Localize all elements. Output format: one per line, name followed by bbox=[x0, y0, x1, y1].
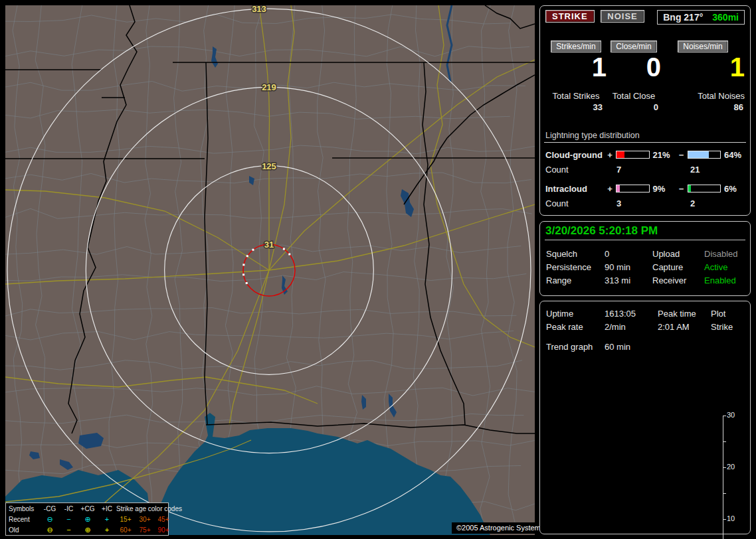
ic-negative-pct: 6% bbox=[723, 184, 745, 194]
uptime-value: 1613:05 bbox=[605, 309, 658, 319]
legend-ncg-label: -CG bbox=[40, 505, 60, 512]
legend-pcg-label: +CG bbox=[78, 505, 98, 512]
capture-status: Active bbox=[704, 262, 744, 272]
legend-old-row: Old ⊖ − ⊕ + 60+ 75+ 90+ bbox=[6, 524, 168, 535]
legend-old-label: Old bbox=[9, 526, 40, 534]
capture-label: Capture bbox=[652, 262, 704, 272]
peak-rate-label: Peak rate bbox=[546, 322, 605, 332]
total-strikes-value: 33 bbox=[545, 102, 607, 112]
ic-negative-bar bbox=[688, 185, 721, 193]
ic-positive-bar bbox=[616, 185, 649, 193]
plot-label: Plot bbox=[711, 309, 744, 319]
peak-rate-value: 2/min bbox=[605, 322, 658, 332]
stats-panel: STRIKE NOISE Bng 217°360mi Strikes/min C… bbox=[539, 5, 751, 216]
ring-label-125: 125 bbox=[262, 161, 276, 171]
legend-recent-label: Recent bbox=[9, 516, 40, 523]
range-value: 360mi bbox=[712, 12, 739, 23]
bearing-value: Bng 217° bbox=[663, 12, 703, 23]
cg-positive-bar-fill bbox=[616, 151, 624, 158]
peak-time-label: Peak time bbox=[658, 309, 711, 319]
range-setting-value: 313 mi bbox=[605, 275, 652, 285]
status-panel: 3/20/2026 5:20:18 PM Squelch 0 Upload Di… bbox=[539, 221, 751, 296]
trend-graph-label: Trend graph bbox=[546, 342, 605, 352]
age-60-label: 60+ bbox=[116, 526, 135, 534]
ic-negative-bar-fill bbox=[688, 185, 691, 192]
strike-mode-button[interactable]: STRIKE bbox=[545, 10, 595, 23]
cg-positive-count: 7 bbox=[616, 165, 690, 175]
age-15-label: 15+ bbox=[116, 516, 135, 523]
bearing-range-readout: Bng 217°360mi bbox=[657, 10, 745, 25]
trend-y-axis bbox=[723, 416, 723, 539]
age-45-label: 45+ bbox=[155, 516, 172, 523]
ring-label-313: 313 bbox=[252, 5, 266, 14]
squelch-value: 0 bbox=[605, 249, 652, 259]
ic-count-label: Count bbox=[545, 198, 616, 208]
total-close-value: 0 bbox=[607, 102, 661, 112]
legend-age-title: Strike age color codes bbox=[116, 505, 172, 512]
intracloud-label: Intracloud bbox=[545, 184, 606, 194]
total-noises-label: Total Noises bbox=[661, 91, 745, 101]
legend-header-row: Symbols -CG -IC +CG +IC Strike age color… bbox=[6, 503, 168, 514]
distribution-title: Lightning type distribution bbox=[544, 129, 746, 143]
noises-per-min-button[interactable]: Noises/min bbox=[678, 40, 727, 52]
cg-positive-pct: 21% bbox=[652, 150, 678, 160]
ic-positive-bar-fill bbox=[616, 185, 620, 192]
total-strikes-label: Total Strikes bbox=[545, 91, 607, 101]
pos-ic-old-icon: + bbox=[98, 526, 116, 534]
trend-y-tick-10: 10 bbox=[727, 514, 743, 522]
cg-negative-pct: 64% bbox=[723, 150, 745, 160]
persistence-value: 90 min bbox=[605, 262, 652, 272]
total-close-label: Total Close bbox=[607, 91, 661, 101]
neg-cg-recent-icon: ⊖ bbox=[40, 515, 60, 524]
cg-negative-bar bbox=[688, 151, 721, 159]
plus-sign: + bbox=[606, 184, 614, 194]
receiver-status: Enabled bbox=[704, 275, 744, 285]
squelch-label: Squelch bbox=[546, 249, 605, 259]
age-75-label: 75+ bbox=[135, 526, 155, 534]
plot-mode-value: Strike bbox=[711, 322, 744, 332]
close-per-min-button[interactable]: Close/min bbox=[611, 40, 656, 52]
minus-sign: − bbox=[677, 150, 686, 160]
ic-positive-pct: 9% bbox=[652, 184, 678, 194]
legend-symbols-label: Symbols bbox=[9, 505, 40, 512]
trend-y-tick-20: 20 bbox=[727, 463, 743, 471]
minus-sign: − bbox=[677, 184, 686, 194]
strike-legend: Symbols -CG -IC +CG +IC Strike age color… bbox=[5, 502, 169, 536]
noise-mode-button[interactable]: NOISE bbox=[601, 10, 644, 23]
ring-label-219: 219 bbox=[262, 82, 276, 92]
upload-status: Disabled bbox=[704, 249, 744, 259]
cloud-ground-label: Cloud-ground bbox=[545, 150, 606, 160]
range-label: Range bbox=[546, 275, 605, 285]
persistence-label: Persistence bbox=[546, 262, 605, 272]
trend-y-tick-30: 30 bbox=[727, 411, 743, 419]
copyright-notice: ©2005 Astrogenic Systems bbox=[452, 522, 549, 534]
info-panel: Uptime 1613:05 Peak time Plot Peak rate … bbox=[539, 301, 751, 534]
cg-negative-count: 21 bbox=[690, 165, 700, 175]
datetime-display: 3/20/2026 5:20:18 PM bbox=[540, 222, 750, 240]
strikes-per-min-value: 1 bbox=[545, 54, 607, 80]
uptime-label: Uptime bbox=[546, 309, 605, 319]
map-canvas[interactable]: 31321912531 Symbols -CG -IC +CG +IC Stri… bbox=[5, 5, 535, 535]
legend-nic-label: -IC bbox=[60, 505, 78, 512]
map-graphic: 31321912531 bbox=[5, 5, 535, 535]
age-90-label: 90+ bbox=[155, 526, 172, 534]
close-per-min-value: 0 bbox=[607, 54, 661, 80]
cg-count-label: Count bbox=[545, 165, 616, 175]
total-noises-value: 86 bbox=[661, 102, 745, 112]
legend-pic-label: +IC bbox=[98, 505, 116, 512]
pos-cg-old-icon: ⊕ bbox=[78, 526, 98, 534]
strikes-per-min-button[interactable]: Strikes/min bbox=[551, 40, 601, 52]
peak-time-value: 2:01 AM bbox=[658, 322, 711, 332]
legend-recent-row: Recent ⊖ − ⊕ + 15+ 30+ 45+ bbox=[6, 514, 168, 524]
divider bbox=[545, 240, 745, 240]
ic-positive-count: 3 bbox=[616, 198, 690, 208]
plus-sign: + bbox=[606, 150, 614, 160]
cg-negative-bar-fill bbox=[688, 151, 709, 158]
receiver-label: Receiver bbox=[652, 275, 704, 285]
trend-graph: 3020106050403020100min bbox=[540, 356, 750, 534]
neg-cg-old-icon: ⊖ bbox=[40, 526, 60, 534]
trend-graph-value: 60 min bbox=[605, 342, 744, 352]
ic-negative-count: 2 bbox=[690, 198, 695, 208]
age-30-label: 30+ bbox=[135, 516, 155, 523]
pos-cg-recent-icon: ⊕ bbox=[78, 515, 98, 524]
